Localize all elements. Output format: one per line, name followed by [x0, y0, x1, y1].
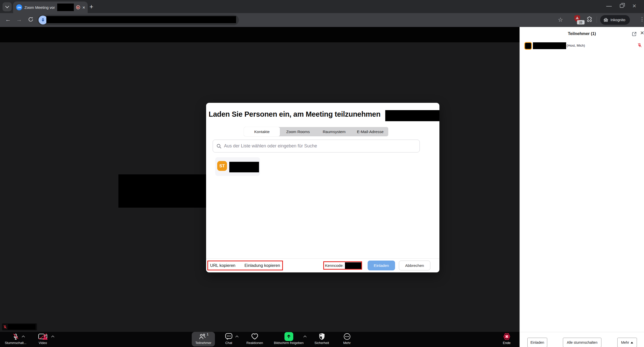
copy-invitation-button[interactable]: Einladung kopieren [244, 263, 280, 268]
participant-name-redaction [533, 42, 566, 49]
participant-role-label: (Host, Mich) [567, 44, 585, 47]
window-minimize-button[interactable] [606, 6, 612, 7]
meeting-toolbar: Stummschalt... Video 1 Teilnehmer Chat R [0, 332, 520, 347]
more-button[interactable]: Mehr [338, 332, 356, 346]
contact-name-redaction [229, 162, 259, 172]
panel-more-label: Mehr [621, 340, 629, 344]
tab-title-redaction [57, 4, 74, 11]
extension-badge: 23 [577, 20, 585, 24]
passcode-redaction [345, 262, 361, 269]
mute-label: Stummschalt... [2, 341, 30, 345]
forward-button[interactable]: → [16, 16, 22, 23]
search-input[interactable] [224, 143, 416, 149]
participant-avatar [524, 42, 532, 50]
contact-avatar: ST [217, 161, 227, 171]
tab-zoom-rooms[interactable]: Zoom Rooms [280, 127, 316, 136]
bookmark-star-icon[interactable]: ☆ [558, 16, 563, 23]
participants-label: Teilnehmer [192, 341, 215, 345]
invite-button[interactable]: Einladen [368, 261, 395, 270]
security-button[interactable]: Sicherheit [309, 332, 334, 346]
participants-button[interactable]: 1 Teilnehmer [192, 332, 215, 346]
window-restore-button[interactable] [620, 4, 624, 8]
url-redaction [46, 16, 236, 23]
panel-close-button[interactable]: × [640, 29, 644, 37]
browser-tab[interactable]: zm Zoom Meeting von × [13, 2, 88, 13]
reload-button[interactable] [28, 16, 34, 22]
incognito-label: Inkognito [610, 18, 625, 22]
end-meeting-label: Ende [499, 341, 514, 345]
panel-footer: Einladen Alle stummschalten Mehr [520, 332, 644, 347]
self-name-redaction [8, 324, 36, 330]
chat-button[interactable]: Chat [219, 332, 239, 346]
mute-all-button[interactable]: Alle stummschalten [563, 338, 601, 347]
more-ellipsis-icon [343, 333, 351, 340]
participants-icon [199, 333, 206, 340]
tab-search-button[interactable] [3, 2, 12, 11]
end-meeting-icon [503, 333, 511, 340]
zoom-topbar: zoom Workplace Anzeigen [0, 27, 520, 42]
cancel-button[interactable]: Abbrechen [399, 261, 430, 270]
participants-title: Teilnehmer (1) [520, 31, 644, 36]
browser-tab-strip: zm Zoom Meeting von × + × [0, 0, 644, 13]
share-screen-icon [284, 332, 293, 341]
video-button[interactable]: Video [31, 332, 54, 346]
mute-button[interactable]: Stummschalt... [2, 332, 30, 346]
video-warning-icon [42, 335, 48, 340]
muted-mic-icon [3, 325, 7, 329]
contact-search [213, 140, 420, 152]
video-label: Video [31, 341, 54, 345]
participants-count-badge: 1 [207, 332, 208, 336]
popout-icon[interactable] [632, 31, 637, 37]
end-meeting-button[interactable]: Ende [499, 332, 514, 346]
chat-label: Chat [219, 341, 239, 345]
chevron-down-icon [5, 4, 9, 8]
tab-title: Zoom Meeting von [24, 5, 55, 10]
copy-links-annotation-box: URL kopieren Einladung kopieren [207, 261, 283, 270]
browser-menu-kebab-icon[interactable]: ⋮ [639, 16, 644, 22]
reactions-button[interactable]: Reaktionen [242, 332, 267, 346]
screen: zm Zoom Meeting von × + × ← → ☆ 23 Inkog… [0, 0, 644, 347]
search-icon [216, 144, 221, 149]
extensions-puzzle-icon[interactable] [586, 16, 593, 23]
chat-icon [225, 333, 233, 340]
tab-close-button[interactable]: × [82, 5, 85, 10]
tab-kontakte[interactable]: Kontakte [244, 127, 280, 136]
address-mic-icon[interactable] [39, 16, 47, 24]
more-label: Mehr [338, 341, 356, 345]
participants-panel: Teilnehmer (1) × (Host, Mich) Einladen A… [520, 27, 644, 347]
tab-raumsystem[interactable]: Raumsystem [316, 127, 352, 136]
dialog-footer: URL kopieren Einladung kopieren Kenncode… [206, 258, 439, 272]
heart-icon [251, 333, 259, 340]
panel-more-button[interactable]: Mehr [617, 338, 637, 347]
self-video-nametag [2, 323, 37, 330]
passcode-annotation-box: Kenncode: [323, 261, 362, 270]
tab-recording-icon [76, 5, 80, 9]
incognito-icon [603, 18, 608, 22]
mic-muted-icon [12, 333, 19, 340]
share-screen-button[interactable]: Bildschirm freigeben [271, 332, 306, 346]
video-area-redaction [118, 174, 206, 208]
back-button[interactable]: ← [5, 16, 11, 23]
incognito-indicator[interactable]: Inkognito [600, 15, 630, 25]
passcode-label: Kenncode: [325, 263, 344, 268]
dialog-title-redaction [385, 110, 439, 121]
zoom-favicon-icon: zm [16, 4, 22, 10]
copy-url-button[interactable]: URL kopieren [210, 263, 235, 268]
navbar-separator [597, 17, 597, 23]
tab-email-adresse[interactable]: E-Mail-Adresse [352, 127, 388, 136]
window-close-button[interactable]: × [632, 2, 636, 10]
caret-up-icon [631, 342, 633, 343]
security-shield-icon [319, 333, 325, 340]
participant-muted-mic-icon [637, 43, 642, 48]
contact-item[interactable]: ST [215, 157, 260, 176]
panel-invite-button[interactable]: Einladen [527, 338, 547, 347]
invite-tabs: Kontakte Zoom Rooms Raumsystem E-Mail-Ad… [244, 127, 388, 136]
participant-row[interactable]: (Host, Mich) [520, 40, 644, 52]
reactions-label: Reaktionen [242, 341, 267, 345]
share-screen-label: Bildschirm freigeben [271, 341, 306, 345]
security-label: Sicherheit [309, 341, 334, 345]
new-tab-button[interactable]: + [89, 3, 93, 11]
invite-dialog: Laden Sie Personen ein, am Meeting teilz… [206, 103, 439, 272]
